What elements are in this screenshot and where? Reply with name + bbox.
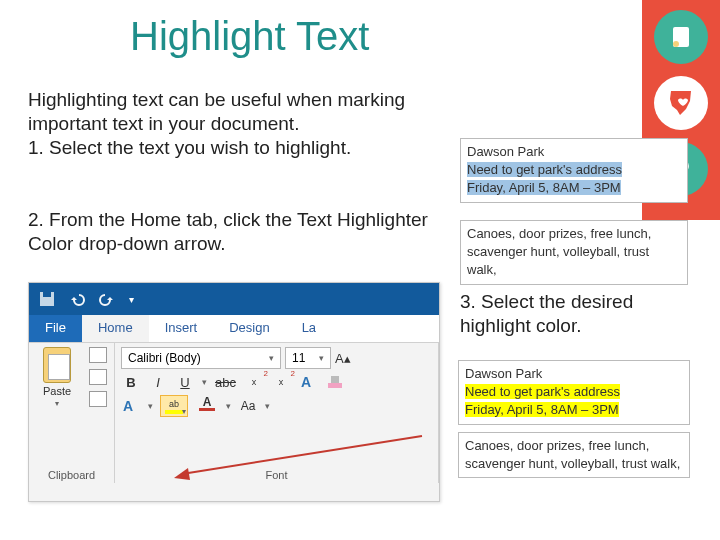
chevron-down-icon: ▾ <box>269 353 274 363</box>
sample-line: Dawson Park <box>465 365 683 383</box>
qat-dropdown-icon[interactable]: ▾ <box>129 294 134 305</box>
superscript-button[interactable]: x2 <box>271 372 291 392</box>
paste-icon <box>43 347 71 383</box>
svg-point-1 <box>673 41 679 47</box>
paste-button[interactable]: Paste ▾ <box>35 347 79 408</box>
font-name-value: Calibri (Body) <box>128 351 201 365</box>
sample-line-selected: Friday, April 5, 8AM – 3PM <box>467 180 621 195</box>
highlight-color-swatch <box>165 410 183 414</box>
sample-selected: Dawson Park Need to get park's address F… <box>460 138 688 203</box>
format-painter-icon[interactable] <box>89 391 107 407</box>
touch-icon <box>654 10 708 64</box>
clipboard-label: Clipboard <box>35 467 108 481</box>
intro-block: Highlighting text can be useful when mar… <box>28 88 428 159</box>
quick-access-toolbar: ▾ <box>29 283 439 315</box>
clipboard-group: Paste ▾ Clipboard <box>29 343 115 483</box>
clear-formatting-icon[interactable] <box>325 372 345 392</box>
sample-rest: Canoes, door prizes, free lunch, scaveng… <box>460 220 688 285</box>
svg-text:A: A <box>301 374 311 390</box>
text-effects-dropdown[interactable]: A <box>121 396 141 416</box>
sample-rest: Canoes, door prizes, free lunch, scaveng… <box>458 432 690 478</box>
chevron-down-icon: ▾ <box>319 353 324 363</box>
step-3: 3. Select the desired highlight color. <box>460 290 690 338</box>
svg-rect-6 <box>328 383 342 388</box>
copy-icon[interactable] <box>89 369 107 385</box>
paste-label: Paste <box>43 385 71 397</box>
subscript-button[interactable]: x2 <box>244 372 264 392</box>
bold-button[interactable]: B <box>121 372 141 392</box>
page-title: Highlight Text <box>130 14 369 59</box>
strikethrough-button[interactable]: abc <box>214 372 237 392</box>
save-icon[interactable] <box>39 291 55 307</box>
intro-text: Highlighting text can be useful when mar… <box>28 89 405 134</box>
font-size-value: 11 <box>292 351 305 365</box>
sample-line-selected: Need to get park's address <box>467 162 622 177</box>
ribbon-tabs: File Home Insert Design La <box>29 315 439 343</box>
font-name-select[interactable]: Calibri (Body) ▾ <box>121 347 281 369</box>
sample-line: Dawson Park <box>467 143 681 161</box>
ohio-heart-icon <box>654 76 708 130</box>
step-1: 1. Select the text you wish to highlight… <box>28 137 351 158</box>
svg-text:A: A <box>123 398 133 414</box>
sample-highlighted: Dawson Park Need to get park's address F… <box>458 360 690 425</box>
cut-icon[interactable] <box>89 347 107 363</box>
sample-line-highlighted: Friday, April 5, 8AM – 3PM <box>465 402 619 417</box>
font-color-button[interactable]: A <box>195 395 219 417</box>
tab-design[interactable]: Design <box>213 315 285 342</box>
underline-button[interactable]: U <box>175 372 195 392</box>
tab-home[interactable]: Home <box>82 315 149 342</box>
sample-line-highlighted: Need to get park's address <box>465 384 620 399</box>
text-effects-button[interactable]: A <box>298 372 318 392</box>
font-label: Font <box>121 467 432 481</box>
font-color-swatch <box>199 408 215 411</box>
redo-icon[interactable] <box>99 291 115 307</box>
highlight-ab: ab <box>169 399 179 409</box>
undo-icon[interactable] <box>69 291 85 307</box>
svg-rect-7 <box>331 376 339 383</box>
chevron-down-icon: ▾ <box>182 407 186 416</box>
tab-insert[interactable]: Insert <box>149 315 214 342</box>
font-color-A: A <box>203 396 212 408</box>
svg-rect-4 <box>43 292 51 297</box>
increase-font-icon[interactable]: A▴ <box>335 351 351 366</box>
tab-layout[interactable]: La <box>286 315 332 342</box>
font-group: Calibri (Body) ▾ 11 ▾ A▴ B I U ▾ abc x2 … <box>115 343 439 483</box>
change-case-button[interactable]: Aa <box>238 396 258 416</box>
highlight-color-button[interactable]: ab ▾ <box>160 395 188 417</box>
tab-file[interactable]: File <box>29 315 82 342</box>
italic-button[interactable]: I <box>148 372 168 392</box>
step-2: 2. From the Home tab, click the Text Hig… <box>28 208 428 256</box>
word-ribbon: ▾ File Home Insert Design La Paste ▾ Cli… <box>28 282 440 502</box>
font-size-select[interactable]: 11 ▾ <box>285 347 331 369</box>
